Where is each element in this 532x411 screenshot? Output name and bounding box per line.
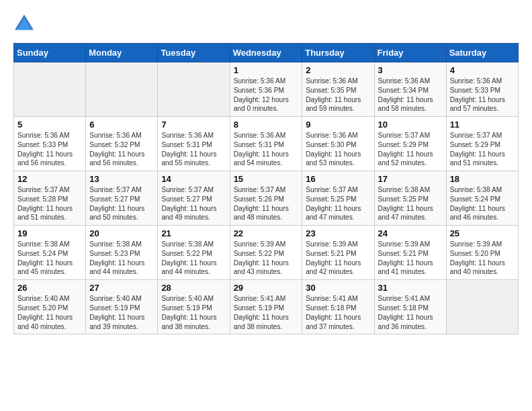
day-number: 23 <box>306 228 370 238</box>
day-info: Sunrise: 5:39 AM Sunset: 5:21 PM Dayligh… <box>306 240 370 277</box>
day-number: 25 <box>450 228 515 238</box>
weekday-header-sunday: Sunday <box>14 44 86 62</box>
day-number: 29 <box>234 283 299 293</box>
day-info: Sunrise: 5:37 AM Sunset: 5:26 PM Dayligh… <box>234 185 299 222</box>
calendar-week-row: 26Sunrise: 5:40 AM Sunset: 5:20 PM Dayli… <box>14 280 519 334</box>
calendar-table: SundayMondayTuesdayWednesdayThursdayFrid… <box>13 43 519 334</box>
day-info: Sunrise: 5:38 AM Sunset: 5:24 PM Dayligh… <box>450 185 515 222</box>
day-number: 26 <box>17 283 82 293</box>
day-number: 17 <box>378 174 443 184</box>
day-number: 6 <box>89 120 154 130</box>
calendar-cell <box>14 62 86 117</box>
calendar-week-row: 5Sunrise: 5:36 AM Sunset: 5:33 PM Daylig… <box>14 117 519 171</box>
day-info: Sunrise: 5:36 AM Sunset: 5:35 PM Dayligh… <box>306 77 370 113</box>
day-number: 11 <box>450 120 515 130</box>
day-number: 16 <box>306 174 370 184</box>
day-number: 15 <box>234 174 299 184</box>
day-info: Sunrise: 5:39 AM Sunset: 5:22 PM Dayligh… <box>234 240 299 277</box>
page: SundayMondayTuesdayWednesdayThursdayFrid… <box>0 0 532 341</box>
calendar-week-row: 12Sunrise: 5:37 AM Sunset: 5:28 PM Dayli… <box>14 171 519 226</box>
calendar-cell: 18Sunrise: 5:38 AM Sunset: 5:24 PM Dayli… <box>446 171 518 226</box>
day-info: Sunrise: 5:37 AM Sunset: 5:29 PM Dayligh… <box>450 131 515 168</box>
calendar-cell: 31Sunrise: 5:41 AM Sunset: 5:18 PM Dayli… <box>374 280 446 334</box>
day-number: 5 <box>17 120 82 130</box>
calendar-cell: 21Sunrise: 5:38 AM Sunset: 5:22 PM Dayli… <box>158 226 230 280</box>
day-info: Sunrise: 5:37 AM Sunset: 5:27 PM Dayligh… <box>161 185 226 222</box>
day-info: Sunrise: 5:36 AM Sunset: 5:30 PM Dayligh… <box>306 131 370 168</box>
calendar-cell: 7Sunrise: 5:36 AM Sunset: 5:31 PM Daylig… <box>158 117 230 171</box>
calendar-cell: 27Sunrise: 5:40 AM Sunset: 5:19 PM Dayli… <box>86 280 158 334</box>
header <box>13 13 519 32</box>
calendar-cell: 3Sunrise: 5:36 AM Sunset: 5:34 PM Daylig… <box>374 62 446 117</box>
weekday-header-monday: Monday <box>86 44 158 62</box>
day-number: 27 <box>89 283 154 293</box>
calendar-cell: 2Sunrise: 5:36 AM Sunset: 5:35 PM Daylig… <box>302 62 374 117</box>
calendar-cell: 26Sunrise: 5:40 AM Sunset: 5:20 PM Dayli… <box>14 280 86 334</box>
day-number: 14 <box>161 174 226 184</box>
day-number: 21 <box>161 228 226 238</box>
day-info: Sunrise: 5:36 AM Sunset: 5:31 PM Dayligh… <box>161 131 226 168</box>
day-number: 3 <box>378 65 443 75</box>
calendar-cell <box>86 62 158 117</box>
day-info: Sunrise: 5:38 AM Sunset: 5:25 PM Dayligh… <box>378 185 443 222</box>
day-info: Sunrise: 5:39 AM Sunset: 5:21 PM Dayligh… <box>378 240 443 277</box>
day-number: 10 <box>378 120 443 130</box>
day-info: Sunrise: 5:36 AM Sunset: 5:33 PM Dayligh… <box>17 131 82 168</box>
day-number: 4 <box>450 65 515 75</box>
day-number: 1 <box>234 65 299 75</box>
day-number: 7 <box>161 120 226 130</box>
day-info: Sunrise: 5:41 AM Sunset: 5:18 PM Dayligh… <box>378 294 443 331</box>
weekday-header-row: SundayMondayTuesdayWednesdayThursdayFrid… <box>14 44 519 62</box>
day-number: 13 <box>89 174 154 184</box>
day-info: Sunrise: 5:37 AM Sunset: 5:29 PM Dayligh… <box>378 131 443 168</box>
calendar-cell: 10Sunrise: 5:37 AM Sunset: 5:29 PM Dayli… <box>374 117 446 171</box>
day-info: Sunrise: 5:39 AM Sunset: 5:20 PM Dayligh… <box>450 240 515 277</box>
day-number: 31 <box>378 283 443 293</box>
day-number: 9 <box>306 120 370 130</box>
logo <box>13 13 38 32</box>
day-info: Sunrise: 5:36 AM Sunset: 5:33 PM Dayligh… <box>450 77 515 113</box>
calendar-cell: 5Sunrise: 5:36 AM Sunset: 5:33 PM Daylig… <box>14 117 86 171</box>
day-number: 30 <box>306 283 370 293</box>
day-number: 18 <box>450 174 515 184</box>
calendar-cell: 23Sunrise: 5:39 AM Sunset: 5:21 PM Dayli… <box>302 226 374 280</box>
calendar-cell: 30Sunrise: 5:41 AM Sunset: 5:18 PM Dayli… <box>302 280 374 334</box>
weekday-header-tuesday: Tuesday <box>158 44 230 62</box>
calendar-cell: 4Sunrise: 5:36 AM Sunset: 5:33 PM Daylig… <box>446 62 518 117</box>
calendar-cell: 13Sunrise: 5:37 AM Sunset: 5:27 PM Dayli… <box>86 171 158 226</box>
weekday-header-friday: Friday <box>374 44 446 62</box>
weekday-header-thursday: Thursday <box>302 44 374 62</box>
day-info: Sunrise: 5:36 AM Sunset: 5:32 PM Dayligh… <box>89 131 154 168</box>
calendar-cell: 20Sunrise: 5:38 AM Sunset: 5:23 PM Dayli… <box>86 226 158 280</box>
day-info: Sunrise: 5:38 AM Sunset: 5:24 PM Dayligh… <box>17 240 82 277</box>
day-info: Sunrise: 5:40 AM Sunset: 5:20 PM Dayligh… <box>17 294 82 331</box>
day-number: 22 <box>234 228 299 238</box>
calendar-cell: 6Sunrise: 5:36 AM Sunset: 5:32 PM Daylig… <box>86 117 158 171</box>
day-info: Sunrise: 5:37 AM Sunset: 5:28 PM Dayligh… <box>17 185 82 222</box>
calendar-week-row: 1Sunrise: 5:36 AM Sunset: 5:36 PM Daylig… <box>14 62 519 117</box>
day-info: Sunrise: 5:38 AM Sunset: 5:22 PM Dayligh… <box>161 240 226 277</box>
day-number: 28 <box>161 283 226 293</box>
day-info: Sunrise: 5:40 AM Sunset: 5:19 PM Dayligh… <box>161 294 226 331</box>
calendar-cell <box>446 280 518 334</box>
day-info: Sunrise: 5:40 AM Sunset: 5:19 PM Dayligh… <box>89 294 154 331</box>
calendar-cell: 15Sunrise: 5:37 AM Sunset: 5:26 PM Dayli… <box>230 171 302 226</box>
day-number: 8 <box>234 120 299 130</box>
calendar-cell: 29Sunrise: 5:41 AM Sunset: 5:19 PM Dayli… <box>230 280 302 334</box>
calendar-cell <box>158 62 230 117</box>
calendar-cell: 8Sunrise: 5:36 AM Sunset: 5:31 PM Daylig… <box>230 117 302 171</box>
calendar-cell: 25Sunrise: 5:39 AM Sunset: 5:20 PM Dayli… <box>446 226 518 280</box>
day-info: Sunrise: 5:36 AM Sunset: 5:31 PM Dayligh… <box>234 131 299 168</box>
calendar-cell: 19Sunrise: 5:38 AM Sunset: 5:24 PM Dayli… <box>14 226 86 280</box>
day-info: Sunrise: 5:38 AM Sunset: 5:23 PM Dayligh… <box>89 240 154 277</box>
day-info: Sunrise: 5:37 AM Sunset: 5:25 PM Dayligh… <box>306 185 370 222</box>
calendar-cell: 9Sunrise: 5:36 AM Sunset: 5:30 PM Daylig… <box>302 117 374 171</box>
calendar-cell: 17Sunrise: 5:38 AM Sunset: 5:25 PM Dayli… <box>374 171 446 226</box>
calendar-cell: 12Sunrise: 5:37 AM Sunset: 5:28 PM Dayli… <box>14 171 86 226</box>
day-number: 24 <box>378 228 443 238</box>
day-number: 20 <box>89 228 154 238</box>
day-info: Sunrise: 5:41 AM Sunset: 5:18 PM Dayligh… <box>306 294 370 331</box>
calendar-cell: 1Sunrise: 5:36 AM Sunset: 5:36 PM Daylig… <box>230 62 302 117</box>
calendar-cell: 28Sunrise: 5:40 AM Sunset: 5:19 PM Dayli… <box>158 280 230 334</box>
calendar-cell: 11Sunrise: 5:37 AM Sunset: 5:29 PM Dayli… <box>446 117 518 171</box>
